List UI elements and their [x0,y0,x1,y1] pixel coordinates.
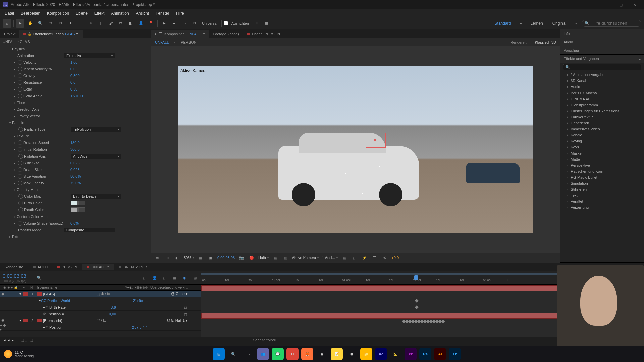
group-physics[interactable]: Physics [12,47,59,51]
layer-tab[interactable]: Ebene PERSON [243,30,284,38]
firefox-app[interactable]: 🦊 [301,348,313,360]
preset-folder[interactable]: Keying [560,138,644,144]
snapping-icon[interactable]: ↻ [190,19,199,28]
group-extras[interactable]: Extras [12,235,59,239]
preset-folder[interactable]: Audio [560,84,644,90]
tab-menu-icon[interactable]: ≡ [107,265,109,269]
preview-panel-header[interactable]: Vorschau [560,46,644,54]
size-variation-value[interactable]: 50,0% [70,174,81,178]
panel-menu-icon[interactable]: ≡ [639,57,641,61]
parent-pickwhip-icon[interactable]: @ [184,305,188,309]
timeline-search[interactable]: 🔍 [37,276,41,280]
clone-tool[interactable]: ⧉ [116,19,125,28]
preset-folder[interactable]: Text [560,192,644,198]
layer-effect-row[interactable]: ▾ CC Particle World Zurück... [0,297,201,304]
preset-folder[interactable]: 3D-Kanal [560,78,644,84]
menu-komposition[interactable]: Komposition [44,10,72,17]
fast-preview-icon[interactable]: ⚡ [361,254,368,261]
eraser-tool[interactable]: ◧ [126,19,135,28]
flowchart-icon[interactable]: ⟲ [381,254,388,261]
preset-folder[interactable]: Verzerrung [560,204,644,210]
preset-folder[interactable]: Maske [560,150,644,156]
menu-ansicht[interactable]: Ansicht [132,10,152,17]
preset-folder[interactable]: Boris FX Mocha [560,90,644,96]
preset-folder[interactable]: Veraltet [560,198,644,204]
group-particle[interactable]: Particle [12,121,59,125]
magnification-icon[interactable]: ▭ [154,254,160,261]
preset-folder[interactable]: * Animationsvorgaben [560,72,644,78]
death-color-swatch[interactable] [71,207,78,212]
layer-position-row[interactable]: ◂ ◆ ▸ ◆ ⟳ Position -287,8,4,4 [0,324,201,331]
premiere-app[interactable]: Pr [405,348,417,360]
max-opacity-value[interactable]: 75,0% [70,181,81,185]
grid-icon[interactable]: ⊞ [164,254,170,261]
menu-bearbeiten[interactable]: Bearbeiten [17,10,44,17]
twirl-icon[interactable]: ▾ [8,48,12,51]
parent-dropdown[interactable]: Ohne [176,292,185,296]
preset-folder[interactable]: CINEMA 4D [560,96,644,102]
illustrator-app[interactable]: Ai [434,348,446,360]
comp-mini-flowchart-icon[interactable]: ⬚ [141,274,148,282]
preset-folder[interactable]: RG Magic Bullet [560,174,644,180]
preset-folder[interactable]: Einstellungen für Expressions [560,108,644,114]
view-layout-icon[interactable]: ▦ [341,254,348,261]
tab-auto[interactable]: AUTO [28,264,52,270]
switches-modes-toggle[interactable]: Schalter/Modi [253,338,276,342]
snap-icon[interactable]: ✕ [252,19,261,28]
weather-widget[interactable]: 11°C Meist sonnig [4,350,34,358]
frame-blend-icon[interactable]: ▦ [171,274,178,282]
menu-hilfe[interactable]: Hilfe [173,10,187,17]
mask-icon[interactable]: ◐ [174,254,180,261]
birth-size-value[interactable]: 0,025 [70,161,80,165]
graph-editor-icon[interactable]: ▦ [191,274,199,282]
snapshot-icon[interactable]: 📷 [238,254,245,261]
hand-tool[interactable]: ✋ [26,19,35,28]
search-button[interactable]: 🔍 [227,348,239,360]
timeline-icon[interactable]: ☰ [371,254,378,261]
preset-folder[interactable]: Kanäle [560,132,644,138]
brush-tool[interactable]: 🖌 [106,19,115,28]
viewer-timecode[interactable]: 0;00;03;03 [217,256,235,260]
whatsapp-app[interactable]: 💬 [272,348,284,360]
gravity-value[interactable]: 0,500 [70,74,80,78]
rotation-axis-dropdown[interactable]: Any Axis [71,154,121,159]
preset-folder[interactable]: Matte [560,156,644,162]
start-button[interactable]: ⊞ [213,348,225,360]
audio-panel-header[interactable]: Audio [560,38,644,46]
birth-color-swatch[interactable] [71,201,78,205]
transparency-icon[interactable]: ▦ [272,254,279,261]
exposure-value[interactable]: +0,0 [391,256,399,260]
workspace-overflow-icon[interactable]: » [572,19,580,28]
obs-app[interactable]: ⏺ [345,348,358,360]
preset-folder[interactable]: Dienstprogramm [560,102,644,108]
inherit-velocity-value[interactable]: 0,0 [70,67,75,71]
extra-value[interactable]: 0,50 [70,87,77,91]
opera-app[interactable]: O [286,348,299,360]
preset-folder[interactable]: Stilisieren [560,186,644,192]
breadcrumb-unfall[interactable]: UNFALL [155,40,169,44]
resolution-dropdown[interactable]: Halb [258,256,269,260]
menu-ebene[interactable]: Ebene [72,10,91,17]
parent-pickwhip-icon[interactable]: @ [171,292,175,296]
help-search-input[interactable] [591,21,638,26]
renderer-value[interactable]: Klassisch 3D [535,40,556,44]
pixel-aspect-icon[interactable]: ⬚ [351,254,358,261]
birth-color-picker[interactable] [78,201,85,205]
play-icon[interactable]: ▸ [12,338,14,342]
death-size-value[interactable]: 0,025 [70,168,80,172]
animation-dropdown[interactable]: Explosive [64,53,115,58]
breadcrumb-person[interactable]: PERSON [181,40,196,44]
pan-behind-tool[interactable]: ✦ [66,19,75,28]
timeline-timecode[interactable]: 0;00;03;03 [3,273,26,279]
comp-flow-icon[interactable]: ☰ [159,32,162,36]
visibility-icon[interactable]: ◉ [0,292,6,296]
photoshop-app[interactable]: Ps [419,348,431,360]
keyframe[interactable] [415,299,418,302]
teams-app[interactable]: 👥 [257,348,269,360]
help-search[interactable]: 🔍 [582,20,641,27]
layer-birth-rate-row[interactable]: ◆ ⟳ Birth Rate 3,6 @ [0,304,201,311]
rect-tool[interactable]: ▭ [76,19,85,28]
keyframe[interactable] [415,305,418,309]
footage-tab[interactable]: Footage (ohne) [209,30,243,38]
tab-menu-icon[interactable]: ≡ [203,32,205,36]
